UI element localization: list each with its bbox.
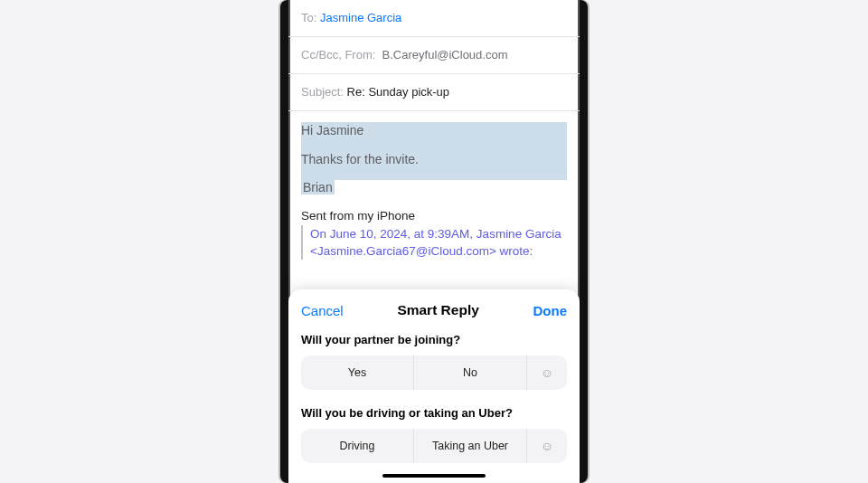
email-body[interactable]: Hi Jasmine Thanks for the invite. Brian …: [288, 111, 580, 272]
question-2: Will you be driving or taking an Uber?: [301, 406, 567, 420]
quote-line-2: <Jasmine.Garcia67@iCloud.com> wrote:: [310, 242, 567, 260]
body-line2: Thanks for the invite.: [301, 151, 567, 167]
emoji-icon[interactable]: ☺: [527, 355, 567, 390]
to-recipient[interactable]: Jasmine Garcia: [320, 11, 401, 24]
sheet-header: Cancel Smart Reply Done: [301, 302, 567, 318]
quoted-header: On June 10, 2024, at 9:39AM, Jasmine Gar…: [301, 225, 567, 260]
emoji-icon[interactable]: ☺: [527, 429, 567, 463]
subject-value: Re: Sunday pick-up: [347, 85, 449, 99]
body-greeting: Hi Jasmine: [301, 122, 567, 138]
ccbcc-label: Cc/Bcc, From:: [301, 48, 375, 62]
sent-from-line: Sent from my iPhone: [301, 209, 567, 223]
sheet-title: Smart Reply: [397, 302, 478, 318]
phone-frame: To: Jasmine Garcia Cc/Bcc, From: B.Carey…: [280, 0, 588, 483]
smart-reply-sheet: Cancel Smart Reply Done Will your partne…: [288, 289, 580, 483]
compose-screen: To: Jasmine Garcia Cc/Bcc, From: B.Carey…: [288, 0, 580, 483]
question-2-options: Driving Taking an Uber ☺: [301, 429, 567, 463]
cancel-button[interactable]: Cancel: [301, 303, 344, 318]
ccbcc-row[interactable]: Cc/Bcc, From: B.Careyful@iCloud.com: [288, 37, 580, 74]
q2-option-driving[interactable]: Driving: [301, 429, 414, 463]
from-address: B.Careyful@iCloud.com: [382, 48, 508, 62]
question-1-options: Yes No ☺: [301, 355, 567, 390]
body-spacer: [301, 138, 567, 151]
q1-option-yes[interactable]: Yes: [301, 355, 414, 390]
done-button[interactable]: Done: [533, 303, 568, 318]
question-1: Will your partner be joining?: [301, 333, 567, 346]
to-label: To:: [301, 11, 316, 24]
body-spacer: [301, 167, 567, 180]
q1-option-no[interactable]: No: [414, 355, 527, 390]
q2-option-uber[interactable]: Taking an Uber: [414, 429, 527, 463]
body-signature: Brian: [301, 180, 335, 194]
quote-line-1: On June 10, 2024, at 9:39AM, Jasmine Gar…: [310, 225, 567, 242]
subject-row[interactable]: Subject: Re: Sunday pick-up: [288, 74, 580, 111]
subject-label: Subject:: [301, 85, 344, 99]
to-row[interactable]: To: Jasmine Garcia: [288, 0, 580, 37]
